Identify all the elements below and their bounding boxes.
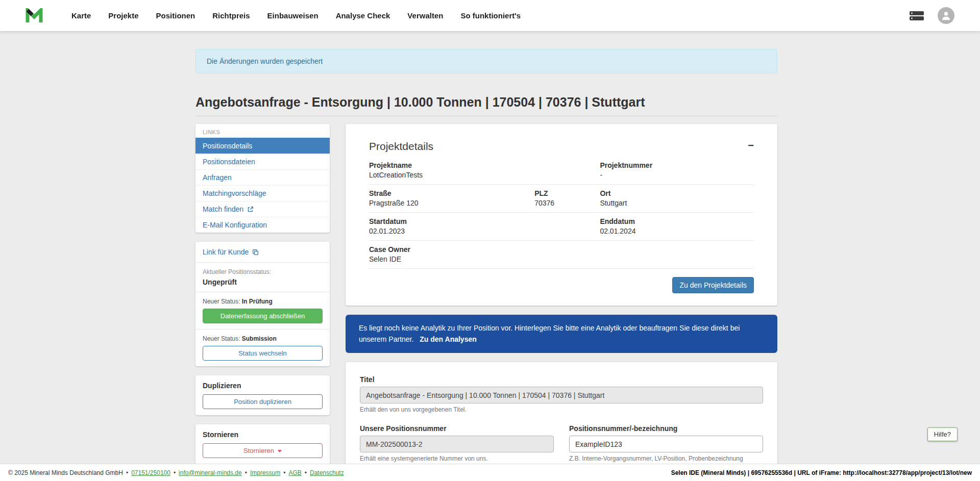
nav-item-positionen[interactable]: Positionen: [156, 11, 195, 20]
project-details-card: Projektdetails − Projektname LotCreation…: [346, 124, 777, 306]
nav-item-so-funktionierts[interactable]: So funktioniert's: [460, 11, 521, 20]
customer-link-row: Link für Kunde: [195, 242, 330, 262]
analytics-link[interactable]: Zu den Analysen: [420, 335, 477, 343]
our-number-input: [360, 436, 554, 452]
project-details-title: Projektdetails: [369, 140, 433, 153]
logo-icon: [26, 8, 43, 23]
sidebar-item-positionsdateien[interactable]: Positionsdateien: [195, 154, 330, 169]
cancel-title: Stornieren: [203, 431, 323, 439]
detail-row: Projektname LotCreationTests Projektnumm…: [369, 157, 754, 185]
nav-item-einbauweisen[interactable]: Einbauweisen: [267, 11, 318, 20]
field-projektname: Projektname LotCreationTests: [369, 161, 600, 179]
copyright-text: © 2025 Mineral Minds Deutschland GmbH: [8, 469, 123, 476]
email-link[interactable]: info@mineral-minds.de: [179, 469, 242, 476]
title-field-label: Titel: [360, 375, 763, 384]
sidebar-item-label: Match finden: [203, 205, 243, 213]
footer: © 2025 Mineral Minds Deutschland GmbH 07…: [0, 464, 980, 481]
our-number-field: Unsere Positionsnummer Erhält eine syste…: [360, 424, 554, 462]
main-menu: Karte Projekte Positionen Richtpreis Ein…: [71, 11, 521, 20]
sidebar: LINKS Positionsdetails Positionsdateien …: [195, 124, 330, 473]
field-startdatum: Startdatum 02.01.2023: [369, 217, 600, 235]
nav-item-richtpreis[interactable]: Richtpreis: [212, 11, 250, 20]
title-input: [360, 387, 763, 403]
new-status-row-2: Neuer Status: Submission Status wechseln: [195, 329, 330, 366]
person-icon: [941, 10, 951, 21]
cancel-button-label: Stornieren: [243, 447, 274, 454]
detail-row: Case Owner Selen IDE: [369, 241, 754, 269]
field-strasse: Straße Pragstraße 120: [369, 189, 534, 207]
nav-item-analyse-check[interactable]: Analyse Check: [336, 11, 390, 20]
sidebar-item-match-finden[interactable]: Match finden: [195, 201, 330, 217]
customer-link[interactable]: Link für Kunde: [203, 248, 259, 256]
new-status-prefix: Neuer Status:: [203, 298, 240, 305]
separator-dot: [283, 469, 285, 476]
current-status-label: Aktueller Positionsstatus:: [203, 268, 323, 275]
position-number-help-text: Z.B. Interne-Vorgangsnummer, LV-Position…: [569, 455, 763, 462]
new-status-value: Submission: [242, 335, 277, 342]
detail-row: Straße Pragstraße 120 PLZ 70376 Ort Stut…: [369, 185, 754, 213]
links-header: LINKS: [195, 124, 330, 138]
complete-data-entry-button[interactable]: Datenerfassung abschließen: [203, 309, 323, 323]
cancel-dropdown-button[interactable]: Stornieren: [203, 443, 323, 458]
field-plz: PLZ 70376: [534, 189, 600, 207]
phone-link[interactable]: 07151/250100: [131, 469, 170, 476]
nav-item-projekte[interactable]: Projekte: [108, 11, 138, 20]
links-card: LINKS Positionsdetails Positionsdateien …: [195, 124, 330, 233]
new-status-line-1: Neuer Status: In Prüfung: [203, 298, 323, 305]
datenschutz-link[interactable]: Datenschutz: [310, 469, 344, 476]
server-icon-glyph: [909, 10, 924, 22]
position-number-field: Positionsnummer/-bezeichnung Z.B. Intern…: [569, 424, 763, 462]
field-case-owner: Case Owner Selen IDE: [369, 245, 754, 263]
title-divider: [195, 116, 777, 116]
session-user: Selen IDE (Mineral Minds): [671, 469, 746, 476]
form-grid: Unsere Positionsnummer Erhält eine syste…: [360, 424, 763, 462]
duplicate-title: Duplizieren: [203, 382, 323, 390]
sidebar-item-matchingvorschlaege[interactable]: Matchingvorschläge: [195, 185, 330, 201]
sidebar-item-label: Positionsdateien: [203, 158, 255, 166]
help-button[interactable]: Hilfe?: [927, 427, 958, 441]
sidebar-item-label: Anfragen: [203, 173, 232, 182]
project-footer: Zu den Projektdetails: [369, 277, 754, 293]
position-number-label: Positionsnummer/-bezeichnung: [569, 424, 763, 433]
new-status-value: In Prüfung: [242, 298, 273, 305]
title-help-text: Erhält den von uns vorgegebenen Titel.: [360, 406, 763, 413]
sidebar-item-positionsdetails[interactable]: Positionsdetails: [195, 138, 330, 154]
navbar-right: [909, 7, 954, 24]
page-content: Die Änderungen wurden gespeichert Angebo…: [195, 31, 777, 481]
current-status-row: Aktueller Positionsstatus: Ungeprüft: [195, 262, 330, 292]
switch-status-button[interactable]: Status wechseln: [203, 346, 323, 361]
detail-row: Startdatum 02.01.2023 Enddatum 02.01.202…: [369, 213, 754, 241]
nav-item-verwalten[interactable]: Verwalten: [407, 11, 443, 20]
separator-dot: [126, 469, 128, 476]
position-number-input[interactable]: [569, 436, 763, 452]
content-columns: LINKS Positionsdetails Positionsdateien …: [195, 124, 777, 481]
user-avatar[interactable]: [938, 7, 954, 24]
new-status-row-1: Neuer Status: In Prüfung Datenerfassung …: [195, 292, 330, 329]
nav-item-karte[interactable]: Karte: [71, 11, 91, 20]
impressum-link[interactable]: Impressum: [250, 469, 280, 476]
collapse-icon[interactable]: −: [748, 140, 754, 150]
footer-left: © 2025 Mineral Minds Deutschland GmbH 07…: [8, 469, 344, 476]
new-status-line-2: Neuer Status: Submission: [203, 335, 323, 342]
page-title: Angebotsanfrage - Entsorgung | 10.000 To…: [195, 95, 777, 110]
our-number-help-text: Erhält eine systemgenerierte Nummer von …: [360, 455, 554, 462]
top-navbar: Karte Projekte Positionen Richtpreis Ein…: [0, 0, 980, 31]
sidebar-item-anfragen[interactable]: Anfragen: [195, 169, 330, 185]
session-details: | 69576255536d | URL of iFrame: http://l…: [746, 469, 972, 476]
field-projektnummer: Projektnummer -: [600, 161, 754, 179]
status-card: Link für Kunde Aktueller Positionsstatus…: [195, 242, 330, 366]
sidebar-item-label: E-Mail Konfiguration: [203, 221, 267, 229]
field-enddatum: Enddatum 02.01.2024: [600, 217, 754, 235]
copy-icon: [252, 249, 259, 256]
sidebar-item-label: Positionsdetails: [203, 142, 252, 150]
duplicate-card: Duplizieren Position duplizieren: [195, 375, 330, 415]
project-details-button[interactable]: Zu den Projektdetails: [672, 277, 754, 293]
app-logo[interactable]: [26, 8, 43, 23]
separator-dot: [245, 469, 247, 476]
sidebar-item-email-konfiguration[interactable]: E-Mail Konfiguration: [195, 217, 330, 233]
duplicate-position-button[interactable]: Position duplizieren: [203, 394, 323, 409]
project-details-header: Projektdetails −: [369, 140, 754, 153]
external-link-icon: [247, 206, 254, 213]
server-icon[interactable]: [909, 10, 924, 22]
agb-link[interactable]: AGB: [288, 469, 301, 476]
